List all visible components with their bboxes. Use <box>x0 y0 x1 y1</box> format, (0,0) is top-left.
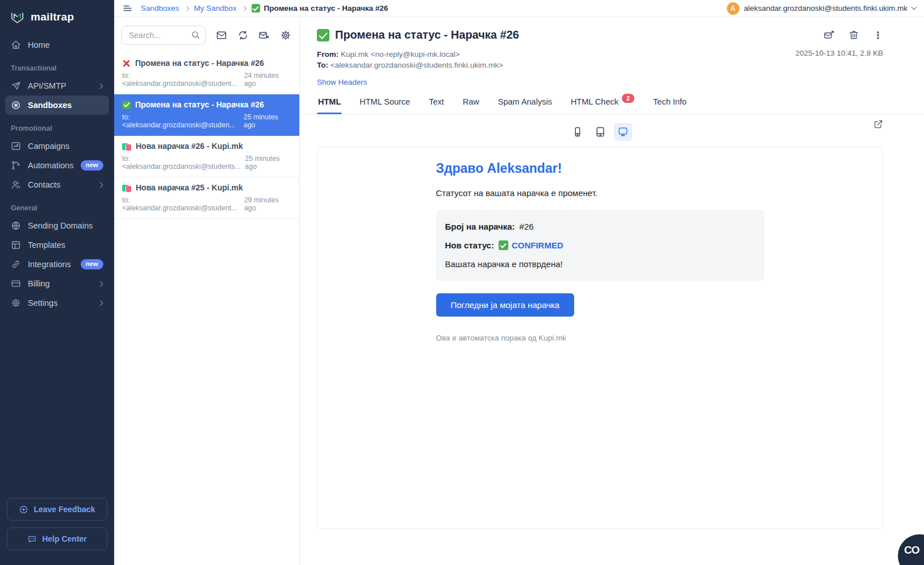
order-status-value: CONFIRMED <box>512 240 563 250</box>
campaigns-icon <box>11 141 21 151</box>
sidebar-item-label: Billing <box>28 279 91 288</box>
automations-icon <box>11 160 21 171</box>
sidebar-toggle-button[interactable] <box>122 3 133 14</box>
order-note-line: Вашата нарачка е потврдена! <box>445 259 755 269</box>
sidebar-item-campaigns[interactable]: Campaigns <box>5 136 109 156</box>
sidebar-item-label: API/SMTP <box>28 81 91 90</box>
leave-feedback-button[interactable]: Leave Feedback <box>7 498 107 521</box>
brand-logo[interactable]: mailtrap <box>0 0 114 35</box>
email-to: to: <aleksandar.grozdanoski@students... <box>122 155 245 171</box>
more-options-kebab-icon[interactable] <box>873 30 883 40</box>
globe-icon <box>11 221 21 231</box>
device-preview-switcher <box>317 114 883 141</box>
tab-spam-analysis[interactable]: Spam Analysis <box>497 95 553 114</box>
avatar: A <box>727 2 739 15</box>
sidebar-item-home[interactable]: Home <box>5 35 109 55</box>
desktop-preview-icon[interactable] <box>614 123 632 141</box>
order-number-value: #26 <box>520 222 534 231</box>
check-mark-icon <box>122 101 131 109</box>
plus-circle-icon <box>19 505 28 514</box>
inbox-toolbar <box>114 17 299 53</box>
sidebar-item-label: Templates <box>28 240 103 250</box>
sidebar-item-sandboxes[interactable]: Sandboxes <box>5 95 109 115</box>
email-subject: Промена на статус - Нарачка #26 <box>135 59 264 68</box>
email-to: to: <aleksandar.grozdanoski@student... <box>122 196 244 212</box>
email-time: 29 minutes ago <box>244 196 291 212</box>
chevron-down-icon <box>912 5 917 10</box>
message-subject-text: Промена на статус - Нарачка #26 <box>335 28 519 41</box>
sidebar-item-contacts[interactable]: Contacts <box>5 175 109 194</box>
sidebar-item-templates[interactable]: Templates <box>5 235 109 255</box>
breadcrumb-separator-icon <box>241 6 246 10</box>
rendered-email-card: Здраво Aleksandar! Статусот на вашата на… <box>317 147 883 529</box>
sidebar-section-transactional: Transactional <box>11 64 103 72</box>
order-status-label: Нов статус: <box>445 240 494 250</box>
email-subject: Промена на статус - Нарачка #26 <box>135 100 264 109</box>
email-to: to: <aleksandar.grozdanoski@student... <box>122 72 244 88</box>
chat-widget-label: CO <box>904 544 919 556</box>
mobile-preview-icon[interactable] <box>568 123 587 141</box>
sidebar-item-billing[interactable]: Billing <box>5 274 109 293</box>
order-info-box: Број на нарачка: #26 Нов статус: CONFIRM… <box>436 210 764 281</box>
sidebar-item-sending-domains[interactable]: Sending Domains <box>5 216 109 235</box>
sidebar-item-settings[interactable]: Settings <box>5 293 109 313</box>
email-list-item[interactable]: Нова нарачка #26 - Kupi.mk to: <aleksand… <box>114 136 299 177</box>
delete-trash-icon[interactable] <box>848 30 859 40</box>
order-number-label: Број на нарачка: <box>445 222 515 231</box>
sandbox-icon <box>11 100 21 110</box>
tab-raw[interactable]: Raw <box>462 95 480 114</box>
email-list-item[interactable]: Нова нарачка #25 - Kupi.mk to: <aleksand… <box>114 177 299 219</box>
sidebar-item-api-smtp[interactable]: API/SMTP <box>5 76 109 95</box>
check-mark-icon <box>499 240 508 250</box>
tab-html-check[interactable]: HTML Check2 <box>570 95 635 114</box>
chevron-right-icon <box>98 281 103 286</box>
home-icon <box>11 40 21 50</box>
to-value: <aleksandar.grozdanoski@students.finki.u… <box>331 61 503 69</box>
email-list-item[interactable]: Промена на статус - Нарачка #26 to: <ale… <box>114 53 299 94</box>
email-footer-note: Ова е автоматска порака од Kupi.mk <box>436 334 764 342</box>
credit-card-icon <box>11 279 21 289</box>
email-to: to: <aleksandar.grozdanoski@studen... <box>122 113 244 129</box>
breadcrumb-separator-icon <box>184 6 189 10</box>
account-menu[interactable]: A aleksandar.grozdanoski@students.finki.… <box>727 2 916 15</box>
tab-html-source[interactable]: HTML Source <box>358 95 411 114</box>
refresh-icon[interactable] <box>237 30 249 41</box>
app-window: mailtrap Home Transactional API/SMTP <box>0 0 924 565</box>
message-actions <box>823 30 883 41</box>
forward-email-icon[interactable] <box>823 30 835 41</box>
html-check-count-badge: 2 <box>622 94 634 103</box>
breadcrumb-current: Промена на статус - Нарачка #26 <box>252 4 388 13</box>
tab-html[interactable]: HTML <box>317 95 342 114</box>
check-mark-icon <box>252 4 260 13</box>
shopping-bags-icon <box>122 142 131 151</box>
brand-name: mailtrap <box>31 11 74 23</box>
sidebar-item-integrations[interactable]: Integrations new <box>5 255 109 274</box>
email-time: 25 minutes ago <box>244 113 291 129</box>
breadcrumb-sandboxes[interactable]: Sandboxes <box>141 4 179 13</box>
mark-read-envelope-icon[interactable] <box>216 30 227 41</box>
tab-tech-info[interactable]: Tech Info <box>652 95 688 114</box>
view-order-button[interactable]: Погледни ја мојата нарачка <box>436 293 575 317</box>
mailtrap-logo-icon <box>9 9 26 25</box>
paper-plane-icon <box>11 81 21 91</box>
open-external-icon[interactable] <box>873 119 883 129</box>
help-center-button[interactable]: Help Center <box>7 527 107 550</box>
email-time: 24 minutes ago <box>244 72 291 88</box>
sidebar-section-general: General <box>11 204 103 212</box>
show-headers-link[interactable]: Show Headers <box>317 78 367 86</box>
topbar: Sandboxes My Sandbox Промена на статус -… <box>114 0 924 17</box>
breadcrumb-my-sandbox[interactable]: My Sandbox <box>194 4 237 13</box>
inbox-settings-gear-icon[interactable] <box>280 30 291 41</box>
message-subject: Промена на статус - Нарачка #26 <box>317 28 823 41</box>
tab-text[interactable]: Text <box>428 95 445 114</box>
content-row: Промена на статус - Нарачка #26 to: <ale… <box>114 17 924 565</box>
inbox-actions <box>216 30 291 41</box>
sidebar-item-automations[interactable]: Automations new <box>5 156 109 175</box>
check-mark-icon <box>317 29 329 41</box>
tablet-preview-icon[interactable] <box>591 123 609 141</box>
help-center-label: Help Center <box>42 534 87 543</box>
sidebar-item-label: Settings <box>28 298 91 308</box>
clear-inbox-icon[interactable] <box>258 30 270 41</box>
email-list-item-selected[interactable]: Промена на статус - Нарачка #26 to: <ale… <box>114 94 299 136</box>
breadcrumb: Sandboxes My Sandbox Промена на статус -… <box>141 4 388 13</box>
